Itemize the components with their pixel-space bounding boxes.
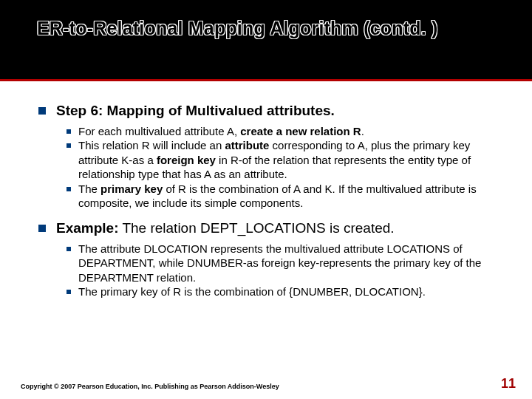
list-item: For each multivalued attribute A, create… [66,124,505,139]
slide: ER-to-Relational Mapping Algorithm (cont… [0,0,532,399]
square-bullet-icon [66,187,71,191]
text-bold: primary key [100,183,163,195]
step6-heading-row: Step 6: Mapping of Multivalued attribute… [38,102,505,120]
slide-content: Step 6: Mapping of Multivalued attribute… [0,81,532,299]
example-sublist: The attribute DLOCATION represents the m… [66,242,505,299]
square-bullet-icon [66,247,71,251]
text-bold: Example: [56,220,118,236]
square-bullet-icon [38,225,46,232]
header-band: ER-to-Relational Mapping Algorithm (cont… [0,0,532,81]
text-bold: create a new relation R [240,125,361,137]
slide-title: ER-to-Relational Mapping Algorithm (cont… [37,18,495,39]
example-bullet-1: The attribute DLOCATION represents the m… [78,242,505,285]
text-run: This relation R will include an [78,139,225,151]
text-bold: attribute [225,139,269,151]
text-run: . [361,125,364,137]
text-run: The relation DEPT_LOCATIONS is created. [118,220,394,236]
list-item: The primary key of R is the combination … [66,182,505,211]
square-bullet-icon [38,107,46,115]
text-run: The [78,183,100,195]
page-number: 11 [501,376,516,392]
copyright-footer: Copyright © 2007 Pearson Education, Inc.… [21,383,279,390]
step6-bullet-3: The primary key of R is the combination … [78,182,505,211]
square-bullet-icon [66,143,71,148]
text-bold: foreign key [157,154,216,166]
example-heading-row: Example: The relation DEPT_LOCATIONS is … [38,219,505,237]
step6-sublist: For each multivalued attribute A, create… [66,124,505,211]
example-heading: Example: The relation DEPT_LOCATIONS is … [56,219,395,237]
step6-heading: Step 6: Mapping of Multivalued attribute… [56,102,335,120]
text-run: For each multivalued attribute A, [78,125,240,137]
square-bullet-icon [66,290,71,294]
list-item: The primary key of R is the combination … [66,284,505,299]
example-bullet-2: The primary key of R is the combination … [78,284,426,299]
list-item: The attribute DLOCATION represents the m… [66,242,505,285]
square-bullet-icon [66,129,71,134]
step6-bullet-1: For each multivalued attribute A, create… [78,124,364,139]
list-item: This relation R will include an attribut… [66,138,505,182]
step6-bullet-2: This relation R will include an attribut… [78,138,505,182]
